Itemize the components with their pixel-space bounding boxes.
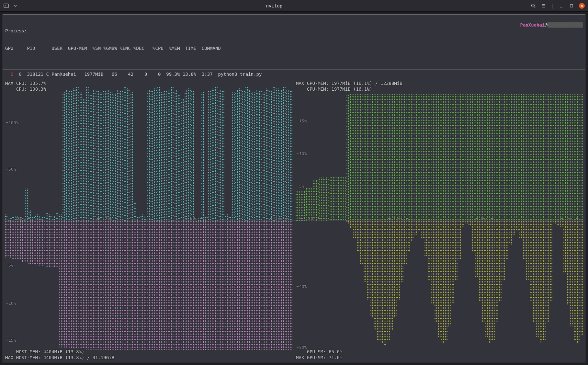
chart-bar bbox=[526, 94, 529, 220]
chart-bar bbox=[18, 221, 21, 260]
chart-bar bbox=[52, 221, 55, 268]
chart-bar bbox=[533, 94, 536, 220]
chart-bar bbox=[489, 221, 492, 344]
chart-bar bbox=[380, 94, 383, 220]
chart-bar bbox=[401, 94, 404, 220]
chart-bar bbox=[492, 221, 495, 341]
chart-bar bbox=[570, 94, 573, 220]
chart-bar bbox=[79, 221, 83, 349]
chart-bar bbox=[360, 94, 363, 220]
chart-bar bbox=[123, 87, 127, 221]
chart-bar bbox=[143, 221, 147, 351]
chart-bar bbox=[380, 221, 383, 344]
chart-bar bbox=[458, 221, 461, 259]
chart-bar bbox=[174, 89, 177, 221]
menu-icon[interactable] bbox=[541, 3, 547, 9]
chart-bar bbox=[286, 89, 289, 221]
chart-bar bbox=[208, 91, 211, 221]
chart-bar bbox=[205, 221, 208, 351]
chart-bar bbox=[167, 221, 171, 351]
chart-bar bbox=[455, 221, 458, 281]
chart-bar bbox=[543, 221, 546, 341]
chart-bar bbox=[519, 221, 522, 238]
chevron-down-icon[interactable] bbox=[12, 3, 18, 9]
chart-bar bbox=[269, 221, 272, 351]
chart-bar bbox=[32, 221, 35, 264]
chart-bar bbox=[259, 91, 262, 221]
chart-bar bbox=[133, 221, 137, 351]
chart-bar bbox=[117, 89, 120, 221]
chart-bar bbox=[99, 92, 103, 221]
chart-bar bbox=[42, 221, 45, 266]
chart-bar bbox=[417, 94, 421, 220]
chart-bar bbox=[468, 94, 471, 220]
chart-bar bbox=[516, 221, 519, 231]
chart-bar bbox=[363, 94, 367, 220]
chart-bar bbox=[580, 221, 583, 336]
chart-bar bbox=[157, 221, 160, 351]
chart-bar bbox=[356, 94, 360, 220]
chart-bar bbox=[113, 93, 116, 221]
close-icon[interactable] bbox=[579, 3, 585, 9]
chart-bar bbox=[421, 221, 424, 238]
chart-bar bbox=[370, 94, 373, 220]
chart-bar bbox=[221, 91, 225, 221]
chart-bar bbox=[312, 179, 316, 220]
chart-bar bbox=[536, 221, 539, 337]
minimize-icon[interactable] bbox=[558, 3, 564, 9]
chart-bar bbox=[401, 221, 404, 282]
chart-bar bbox=[448, 94, 451, 220]
chart-bar bbox=[177, 95, 181, 221]
chart-bar bbox=[113, 221, 116, 351]
chart-bar bbox=[414, 94, 417, 220]
chart-bar bbox=[461, 221, 465, 228]
chart-bar bbox=[66, 89, 69, 221]
chart-bar bbox=[39, 221, 42, 266]
search-icon[interactable] bbox=[530, 3, 536, 9]
chart-bar bbox=[59, 221, 62, 348]
chart-bar bbox=[553, 94, 556, 220]
svg-rect-7 bbox=[570, 5, 573, 7]
gpumem-chart bbox=[294, 79, 585, 221]
chart-bar bbox=[73, 221, 76, 349]
chart-bar bbox=[161, 92, 164, 221]
maximize-icon[interactable] bbox=[569, 3, 574, 9]
chart-bar bbox=[272, 221, 276, 351]
chart-bar bbox=[93, 221, 96, 350]
chart-bar bbox=[198, 221, 201, 351]
chart-bar bbox=[441, 94, 444, 220]
chart-bar bbox=[560, 221, 563, 228]
chart-bar bbox=[266, 88, 269, 221]
chart-bar bbox=[485, 221, 488, 337]
chart-bar bbox=[377, 94, 380, 220]
terminal-icon[interactable] bbox=[3, 3, 9, 9]
chart-bar bbox=[387, 94, 390, 220]
chart-bar bbox=[93, 89, 96, 221]
chart-bar bbox=[215, 221, 218, 351]
chart-bar bbox=[394, 221, 397, 318]
chart-bar bbox=[512, 94, 515, 220]
chart-bar bbox=[458, 94, 461, 220]
nvitop-frame: Process: GPU PID USER GPU-MEM %SM %GMBW … bbox=[3, 14, 585, 362]
process-row[interactable]: 0 0 318121 C PanXuehai 1977MiB 66 42 0 0… bbox=[3, 70, 585, 79]
chart-bar bbox=[360, 221, 363, 265]
chart-bar bbox=[546, 94, 549, 220]
chart-bar bbox=[147, 221, 150, 351]
chart-bar bbox=[252, 92, 255, 221]
cpu-time-axis: 180s 120s 60s 30s bbox=[3, 216, 294, 221]
chart-bar bbox=[319, 177, 322, 220]
chart-bar bbox=[208, 221, 211, 351]
svg-line-2 bbox=[534, 7, 535, 8]
hostmem-panel: 5% 10% 15% HOST-MEM: 4404MiB (13.8%) MAX… bbox=[3, 221, 294, 362]
chart-bar bbox=[451, 221, 455, 305]
chart-bar bbox=[461, 94, 465, 220]
chart-bar bbox=[279, 221, 282, 351]
chart-bar bbox=[495, 94, 499, 220]
chart-bar bbox=[127, 221, 130, 351]
chart-bar bbox=[239, 221, 242, 351]
chart-bar bbox=[407, 221, 411, 252]
chart-bar bbox=[96, 91, 99, 221]
chart-bar bbox=[519, 94, 522, 220]
chart-bar bbox=[62, 92, 65, 221]
chart-bar bbox=[161, 221, 164, 351]
